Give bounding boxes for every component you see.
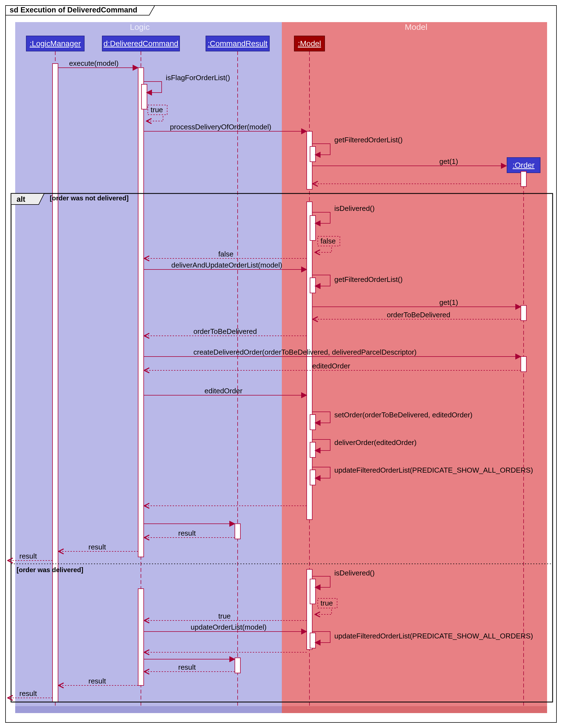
alt-label: alt	[17, 195, 25, 203]
msg-result4: result	[178, 663, 196, 671]
msg-editedOrder2: editedOrder	[205, 387, 243, 395]
msg-true-self: true	[320, 599, 333, 607]
svg-rect-30	[521, 171, 526, 187]
msg-get2: get(1)	[439, 298, 458, 307]
sequence-diagram: sd Execution of DeliveredCommand Logic M…	[0, 0, 562, 728]
msg-getFiltered1: getFilteredOrderList()	[334, 136, 402, 144]
msg-updFiltered2: updateFilteredOrderList(PREDICATE_SHOW_A…	[334, 632, 533, 640]
msg-getFiltered2: getFilteredOrderList()	[334, 275, 402, 284]
svg-rect-18	[235, 658, 241, 673]
svg-rect-31	[521, 305, 526, 321]
svg-rect-16	[142, 84, 147, 109]
msg-deliverUpdate: deliverAndUpdateOrderList(model)	[171, 261, 282, 269]
msg-editedOrder1: editedOrder	[312, 362, 350, 370]
msg-result1: result	[178, 529, 196, 537]
svg-rect-1	[15, 706, 282, 713]
p-order: :Order	[513, 161, 534, 169]
p-commandresult: :CommandResult	[208, 39, 268, 48]
msg-otbd1: orderToBeDelivered	[387, 311, 450, 319]
msg-get1: get(1)	[439, 157, 458, 166]
svg-rect-25	[310, 415, 315, 430]
svg-rect-27	[310, 470, 315, 485]
msg-updateOrderList: updateOrderList(model)	[191, 623, 267, 631]
frame-title: sd Execution of DeliveredCommand	[10, 6, 137, 14]
logic-region-label: Logic	[130, 22, 150, 32]
msg-result6: result	[19, 689, 37, 698]
svg-rect-15	[138, 589, 144, 685]
p-deliveredcommand: d:DeliveredCommand	[104, 39, 179, 48]
msg-execute: execute(model)	[69, 59, 119, 67]
msg-result3: result	[19, 552, 37, 560]
p-logicmanager: :LogicManager	[30, 39, 81, 48]
msg-updFiltered1: updateFilteredOrderList(PREDICATE_SHOW_A…	[334, 466, 533, 474]
svg-rect-22	[310, 146, 315, 162]
msg-isDelivered1: isDelivered()	[334, 204, 375, 213]
msg-createDelivered: createDeliveredOrder(orderToBeDelivered,…	[194, 348, 417, 356]
svg-rect-23	[310, 216, 315, 240]
msg-true-ret: true	[218, 612, 231, 620]
svg-rect-17	[235, 524, 241, 539]
msg-isDelivered2: isDelivered()	[334, 569, 375, 577]
svg-rect-14	[138, 68, 144, 557]
svg-rect-13	[53, 64, 58, 702]
msg-processDelivery: processDeliveryOfOrder(model)	[170, 123, 271, 131]
svg-rect-26	[310, 442, 315, 457]
msg-result5: result	[88, 677, 106, 685]
svg-rect-32	[521, 357, 526, 372]
svg-rect-28	[310, 579, 315, 604]
msg-false-ret: false	[218, 250, 234, 258]
msg-setOrder: setOrder(orderToBeDelivered, editedOrder…	[334, 411, 472, 419]
svg-rect-2	[282, 706, 547, 713]
model-region-label: Model	[405, 22, 427, 32]
msg-otbd2: orderToBeDelivered	[194, 327, 257, 336]
msg-result2: result	[88, 543, 106, 551]
alt-guard-1: [order was not delivered]	[50, 194, 129, 202]
msg-true1: true	[151, 106, 163, 114]
msg-isFlag: isFlagForOrderList()	[166, 74, 230, 82]
p-model: :Model	[298, 39, 321, 48]
svg-rect-24	[310, 278, 315, 293]
msg-false-self: false	[320, 237, 336, 245]
svg-rect-29	[310, 633, 315, 648]
alt-guard-2: [order was delivered]	[17, 566, 83, 574]
msg-deliverOrder: deliverOrder(editedOrder)	[334, 438, 417, 447]
